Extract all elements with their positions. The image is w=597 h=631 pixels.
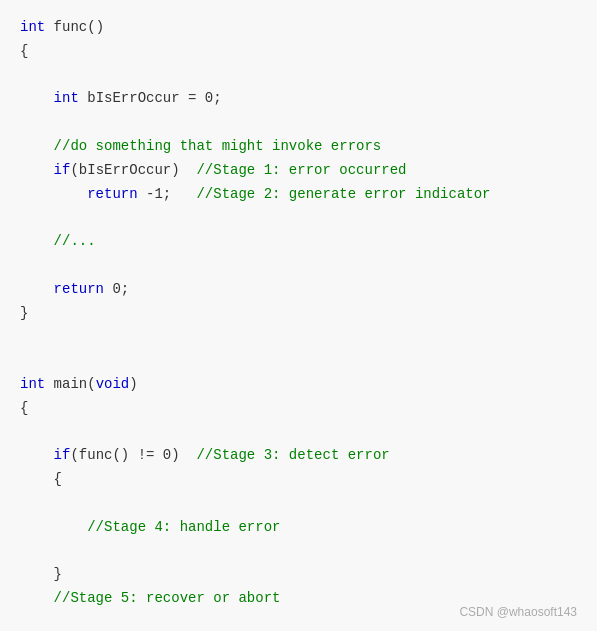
code-token-plain xyxy=(20,186,87,202)
code-token-plain: { xyxy=(20,471,62,487)
code-line: return 0; xyxy=(20,278,577,302)
code-line xyxy=(20,540,577,564)
code-token-kw: int xyxy=(54,90,79,106)
code-token-kw: int xyxy=(20,19,45,35)
code-token-plain: func() xyxy=(45,19,104,35)
code-line xyxy=(20,349,577,373)
code-block: int func(){ int bIsErrOccur = 0; //do so… xyxy=(20,16,577,631)
code-line xyxy=(20,421,577,445)
code-token-plain xyxy=(20,281,54,297)
code-token-plain xyxy=(20,233,54,249)
code-line xyxy=(20,325,577,349)
code-line: int bIsErrOccur = 0; xyxy=(20,87,577,111)
code-token-plain: 0; xyxy=(104,281,129,297)
code-line xyxy=(20,492,577,516)
code-token-plain: bIsErrOccur = 0; xyxy=(79,90,222,106)
code-token-kw: return xyxy=(54,281,104,297)
code-line: //do something that might invoke errors xyxy=(20,135,577,159)
code-line xyxy=(20,64,577,88)
code-line: int func() xyxy=(20,16,577,40)
code-token-plain xyxy=(20,519,87,535)
code-token-comment: //Stage 4: handle error xyxy=(87,519,280,535)
code-token-plain: } xyxy=(20,566,62,582)
code-token-plain: } xyxy=(20,305,28,321)
code-token-kw: if xyxy=(54,162,71,178)
code-token-plain xyxy=(20,447,54,463)
code-token-plain xyxy=(20,590,54,606)
code-line: if(func() != 0) //Stage 3: detect error xyxy=(20,444,577,468)
code-line xyxy=(20,254,577,278)
code-line xyxy=(20,111,577,135)
code-token-plain: (bIsErrOccur) xyxy=(70,162,196,178)
code-token-comment: //Stage 1: error occurred xyxy=(196,162,406,178)
code-token-plain: { xyxy=(20,400,28,416)
code-line: { xyxy=(20,397,577,421)
code-token-plain xyxy=(20,162,54,178)
code-line: } xyxy=(20,563,577,587)
code-line: //Stage 4: handle error xyxy=(20,516,577,540)
code-token-kw: int xyxy=(20,376,45,392)
code-token-kw: if xyxy=(54,447,71,463)
code-line xyxy=(20,206,577,230)
code-token-plain: (func() != 0) xyxy=(70,447,196,463)
code-line: int main(void) xyxy=(20,373,577,397)
code-token-kw: return xyxy=(87,186,137,202)
code-token-plain xyxy=(20,90,54,106)
code-line: { xyxy=(20,468,577,492)
code-line: { xyxy=(20,40,577,64)
code-token-plain: { xyxy=(20,43,28,59)
watermark: CSDN @whaosoft143 xyxy=(459,605,577,619)
code-token-plain: main( xyxy=(45,376,95,392)
code-token-plain: -1; xyxy=(138,186,197,202)
code-token-comment: //Stage 2: generate error indicator xyxy=(196,186,490,202)
code-line: return -1; //Stage 2: generate error ind… xyxy=(20,183,577,207)
code-token-plain xyxy=(20,138,54,154)
code-token-comment: //Stage 5: recover or abort xyxy=(54,590,281,606)
code-token-kw: void xyxy=(96,376,130,392)
code-container: int func(){ int bIsErrOccur = 0; //do so… xyxy=(0,0,597,631)
code-line: if(bIsErrOccur) //Stage 1: error occurre… xyxy=(20,159,577,183)
code-line: //... xyxy=(20,230,577,254)
code-token-plain: ) xyxy=(129,376,137,392)
code-token-comment: //... xyxy=(54,233,96,249)
code-token-comment: //do something that might invoke errors xyxy=(54,138,382,154)
code-line: } xyxy=(20,302,577,326)
code-token-comment: //Stage 3: detect error xyxy=(196,447,389,463)
